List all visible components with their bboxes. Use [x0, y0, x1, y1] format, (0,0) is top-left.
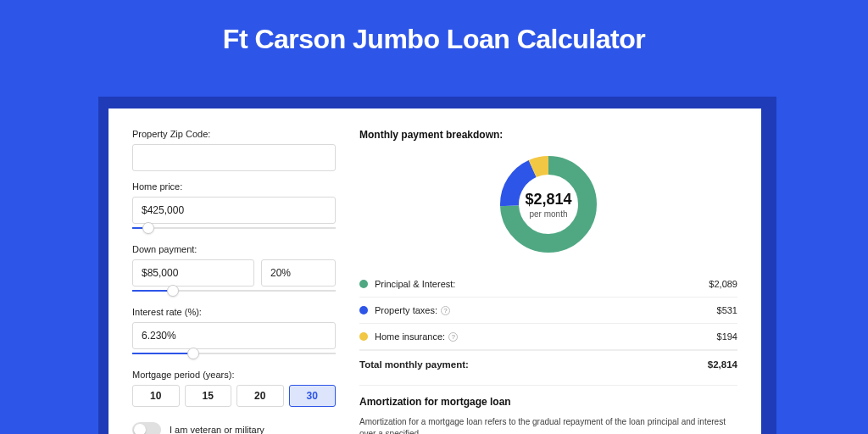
- row-label-principal: Principal & Interest:: [375, 279, 709, 289]
- donut-chart: $2,814 per month: [497, 153, 600, 256]
- donut-center: $2,814 per month: [497, 153, 600, 256]
- total-row: Total monthly payment: $2,814: [359, 350, 737, 383]
- zip-label: Property Zip Code:: [132, 129, 336, 139]
- interest-slider[interactable]: [132, 348, 336, 359]
- zip-input[interactable]: [132, 144, 336, 171]
- divider: [359, 385, 737, 386]
- zip-group: Property Zip Code:: [132, 129, 336, 171]
- home-price-group: Home price:: [132, 181, 336, 234]
- row-value-insurance: $194: [717, 331, 737, 342]
- breakdown-row-insurance: Home insurance: ? $194: [359, 324, 737, 350]
- breakdown-row-taxes: Property taxes: ? $531: [359, 298, 737, 324]
- veteran-toggle-knob: [134, 424, 146, 434]
- page-title: Ft Carson Jumbo Loan Calculator: [0, 0, 868, 74]
- interest-input[interactable]: [132, 322, 336, 349]
- period-label: Mortgage period (years):: [132, 370, 336, 380]
- period-btn-30[interactable]: 30: [289, 385, 337, 407]
- row-label-insurance: Home insurance: ?: [375, 331, 717, 342]
- breakdown-title: Monthly payment breakdown:: [359, 129, 737, 141]
- period-btn-20[interactable]: 20: [236, 385, 284, 407]
- veteran-toggle[interactable]: [132, 422, 161, 434]
- info-icon[interactable]: ?: [448, 332, 458, 342]
- donut-amount: $2,814: [525, 191, 571, 209]
- total-value: $2,814: [708, 359, 737, 370]
- down-payment-input[interactable]: [132, 259, 254, 287]
- breakdown-column: Monthly payment breakdown: $2,814 per mo…: [359, 129, 737, 434]
- down-payment-group: Down payment:: [132, 244, 336, 297]
- dot-taxes: [359, 306, 368, 314]
- home-price-slider[interactable]: [132, 222, 336, 234]
- total-label: Total monthly payment:: [359, 359, 708, 370]
- down-payment-pct-input[interactable]: [261, 259, 336, 287]
- row-label-taxes-text: Property taxes:: [375, 305, 437, 315]
- interest-slider-thumb[interactable]: [187, 348, 199, 359]
- donut-wrap: $2,814 per month: [359, 153, 737, 256]
- veteran-row: I am veteran or military: [132, 422, 336, 434]
- down-payment-slider-thumb[interactable]: [167, 285, 179, 297]
- form-column: Property Zip Code: Home price: Down paym…: [132, 129, 336, 434]
- dot-principal: [359, 280, 368, 288]
- interest-label: Interest rate (%):: [132, 307, 336, 317]
- period-buttons: 10 15 20 30: [132, 385, 336, 407]
- amortization-title: Amortization for mortgage loan: [359, 396, 737, 408]
- row-label-taxes: Property taxes: ?: [375, 305, 717, 315]
- home-price-slider-thumb[interactable]: [142, 222, 154, 234]
- interest-group: Interest rate (%):: [132, 307, 336, 359]
- dot-insurance: [359, 332, 368, 341]
- row-value-principal: $2,089: [709, 279, 737, 289]
- breakdown-row-principal: Principal & Interest: $2,089: [359, 271, 737, 298]
- amortization-text: Amortization for a mortgage loan refers …: [359, 416, 737, 434]
- period-btn-10[interactable]: 10: [132, 385, 180, 407]
- interest-slider-fill: [132, 353, 193, 354]
- period-group: Mortgage period (years): 10 15 20 30: [132, 370, 336, 407]
- row-label-insurance-text: Home insurance:: [375, 331, 445, 342]
- down-payment-slider[interactable]: [132, 285, 336, 297]
- home-price-label: Home price:: [132, 181, 336, 192]
- row-value-taxes: $531: [717, 305, 737, 315]
- home-price-input[interactable]: [132, 197, 336, 224]
- donut-sub: per month: [529, 209, 567, 219]
- down-payment-label: Down payment:: [132, 244, 336, 254]
- calculator-card: Property Zip Code: Home price: Down paym…: [108, 108, 761, 434]
- period-btn-15[interactable]: 15: [185, 385, 232, 407]
- veteran-label: I am veteran or military: [170, 425, 264, 434]
- info-icon[interactable]: ?: [441, 306, 450, 315]
